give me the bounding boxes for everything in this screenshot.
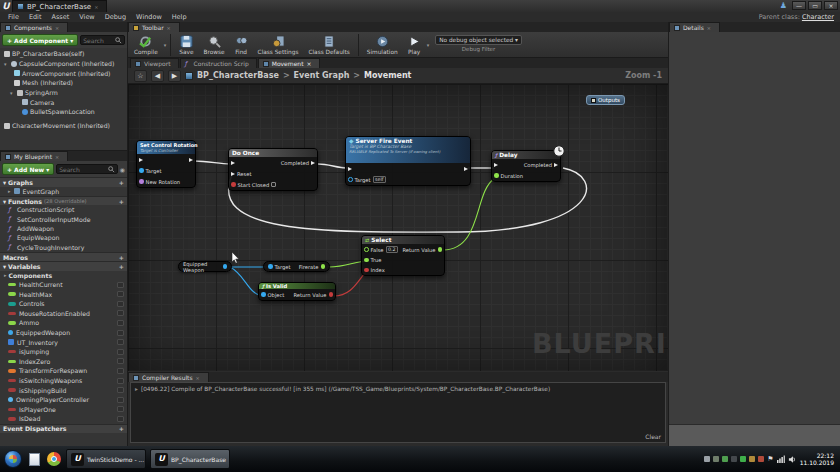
node-equipped-weapon-getter[interactable]: Equipped Weapon <box>178 261 232 272</box>
asset-tab[interactable]: BP_CharacterBase × <box>12 0 107 12</box>
compiler-message-row[interactable]: ▸ [0496.22] Compile of BP_CharacterBase … <box>131 383 665 395</box>
function-item[interactable]: ƒEquipWeapon <box>0 233 127 242</box>
variable-row[interactable]: HealthCurrent <box>0 280 127 290</box>
output-pin[interactable] <box>223 264 228 269</box>
minimize-button[interactable]: — <box>792 1 806 10</box>
menu-asset[interactable]: Asset <box>51 13 69 21</box>
compile-button[interactable]: Compile <box>130 33 162 57</box>
function-item[interactable]: ƒAddWeapon <box>0 224 127 233</box>
back-button[interactable]: ◀ <box>151 70 164 82</box>
tree-item-arrow[interactable]: ArrowComponent (Inherited) <box>0 68 127 78</box>
close-button[interactable]: × <box>824 1 838 10</box>
node-select[interactable]: ⇄ Select False0.2Return Value True Index <box>361 235 445 276</box>
taskbar-app-icon[interactable] <box>26 451 42 467</box>
start-closed-checkbox[interactable] <box>271 182 276 187</box>
tab-my-blueprint[interactable]: My Blueprint × <box>0 151 68 161</box>
feedback-icon[interactable]: ♟ <box>780 1 787 10</box>
object-pin[interactable] <box>261 292 266 297</box>
target-pin[interactable] <box>348 177 353 182</box>
variable-visibility-toggle[interactable] <box>117 301 124 307</box>
tray-icon[interactable] <box>713 456 719 462</box>
node-server-fire-event[interactable]: ◆ Server Fire Event Target is BP Charact… <box>345 136 471 186</box>
variable-row[interactable]: HealthMax <box>0 289 127 299</box>
tray-icon[interactable] <box>749 456 755 462</box>
forward-button[interactable]: ▶ <box>168 70 181 82</box>
tray-icon[interactable] <box>731 456 737 462</box>
class-settings-button[interactable]: Class Settings <box>254 33 303 57</box>
node-do-once[interactable]: Do Once Completed Reset Start Closed <box>228 148 318 191</box>
play-options-icon[interactable]: ▾ <box>427 42 430 48</box>
variable-visibility-toggle[interactable] <box>117 397 124 403</box>
simulation-button[interactable]: Simulation <box>363 33 402 57</box>
variable-visibility-toggle[interactable] <box>117 368 124 374</box>
tab-construction-script[interactable]: ƒConstruction Scrip <box>180 58 257 68</box>
movement-tab-close-icon[interactable]: × <box>307 60 312 67</box>
components-search[interactable] <box>80 35 125 45</box>
tab-details[interactable]: Details × <box>669 22 720 32</box>
start-closed-pin[interactable] <box>231 182 236 187</box>
reset-exec-pin[interactable] <box>231 172 235 176</box>
variable-visibility-toggle[interactable] <box>117 349 124 355</box>
variable-visibility-toggle[interactable] <box>117 310 124 316</box>
tray-icon[interactable] <box>740 456 746 462</box>
variable-row[interactable]: IsDead <box>0 414 127 424</box>
my-blueprint-search[interactable] <box>56 164 118 174</box>
variable-row[interactable]: UT_Inventory <box>0 337 127 347</box>
tree-item-movement[interactable]: CharacterMovement (Inherited) <box>0 121 127 131</box>
variable-row[interactable]: Controls <box>0 299 127 309</box>
function-item[interactable]: ƒConstructionScript <box>0 205 127 214</box>
exec-in-pin[interactable] <box>139 158 143 162</box>
variable-row[interactable]: isSwitchingWeapons <box>0 376 127 386</box>
graphs-header[interactable]: ▾Graphs+ <box>0 177 127 187</box>
new-rotation-pin[interactable] <box>139 179 144 184</box>
return-value-pin[interactable] <box>329 292 334 297</box>
variable-row[interactable]: IndexZero <box>0 357 127 367</box>
tree-item-mesh[interactable]: Mesh (Inherited) <box>0 78 127 88</box>
completed-exec-pin[interactable] <box>554 163 558 167</box>
variable-visibility-toggle[interactable] <box>117 282 124 288</box>
variables-category[interactable]: ▸Components <box>0 271 127 280</box>
index-pin[interactable] <box>364 268 369 273</box>
tab-viewport[interactable]: Viewport <box>130 58 179 68</box>
asset-tab-close-icon[interactable]: × <box>94 4 98 10</box>
menu-edit[interactable]: Edit <box>29 13 42 21</box>
variable-visibility-toggle[interactable] <box>117 339 124 345</box>
visibility-filter-icon[interactable]: ◉ <box>120 166 125 173</box>
tree-item-capsule[interactable]: ▾CapsuleComponent (Inherited) <box>0 59 127 69</box>
components-tab-close-icon[interactable]: × <box>55 25 59 31</box>
taskbar-window-characterbase[interactable]: U BP_CharacterBase <box>150 449 230 469</box>
taskbar-window-twinstick[interactable]: U TwinStickDemo - ... <box>66 449 146 469</box>
add-graph-button[interactable]: + <box>119 179 124 186</box>
variable-row[interactable]: isJumping <box>0 347 127 357</box>
add-component-button[interactable]: + Add Component ▾ <box>2 34 78 46</box>
play-button[interactable]: Play <box>404 33 425 57</box>
tray-shield-icon[interactable] <box>722 456 728 462</box>
event-dispatchers-header[interactable]: Event Dispatchers+ <box>0 424 127 434</box>
tree-item-self[interactable]: BP_CharacterBase(self) <box>0 49 127 59</box>
graph-item-eventgraph[interactable]: ▸EventGraph <box>0 187 127 196</box>
start-button[interactable] <box>4 450 22 468</box>
blueprint-canvas[interactable]: BLUEPRINT Outputs Set Control RotationTa… <box>128 84 668 371</box>
my-blueprint-search-input[interactable] <box>59 166 108 173</box>
collapse-icon[interactable]: ▾ <box>10 90 15 96</box>
add-variable-button[interactable]: + <box>119 263 124 270</box>
variable-visibility-toggle[interactable] <box>117 358 124 364</box>
tree-item-bulletspawn[interactable]: BulletSpawnLocation <box>0 107 127 117</box>
variable-row[interactable]: OwningPlayerController <box>0 395 127 405</box>
exec-in-pin[interactable] <box>494 163 498 167</box>
debug-object-dropdown[interactable]: No debug object selected ▾ <box>435 35 522 45</box>
false-pin[interactable] <box>364 247 369 252</box>
details-tab-close-icon[interactable]: × <box>707 25 711 31</box>
collapse-icon[interactable]: ▾ <box>4 61 9 67</box>
menu-file[interactable]: File <box>8 13 19 21</box>
breadcrumb-movement[interactable]: Movement <box>364 71 411 80</box>
add-function-button[interactable]: + <box>119 198 124 205</box>
find-button[interactable]: Find <box>231 33 252 57</box>
function-item[interactable]: ƒSetControllerInputMode <box>0 215 127 224</box>
compiler-tab-close-icon[interactable]: × <box>196 375 200 381</box>
variable-visibility-toggle[interactable] <box>117 378 124 384</box>
add-macro-button[interactable]: + <box>119 254 124 261</box>
node-firerate-getter[interactable]: Target Firerate <box>263 261 330 272</box>
functions-header[interactable]: ▾Functions(28 Overridable)+ <box>0 196 127 206</box>
save-button[interactable]: Save <box>175 33 197 57</box>
